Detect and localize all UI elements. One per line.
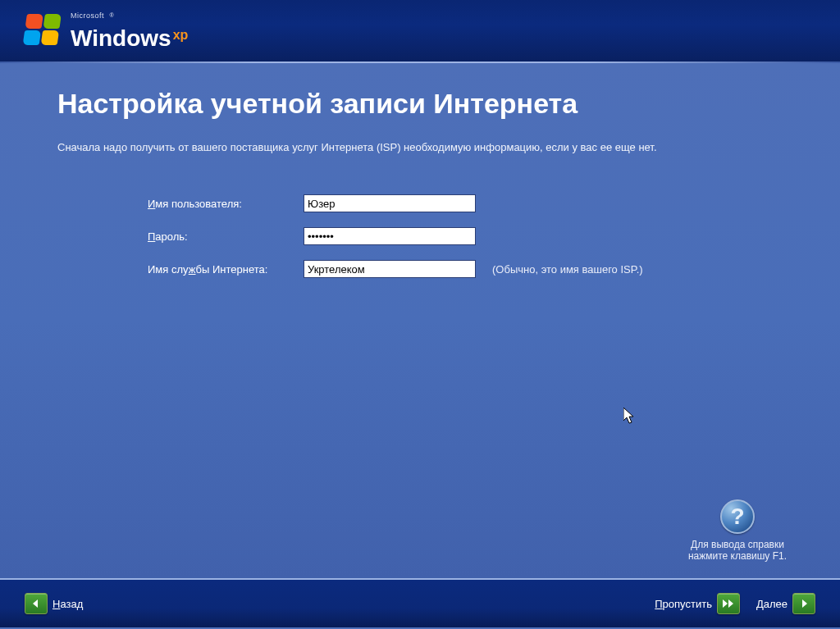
- brand-company: Microsoft: [71, 12, 104, 20]
- page-subtitle: Сначала надо получить от вашего поставщи…: [57, 141, 783, 153]
- footer-bar: Назад Пропустить Далее: [0, 578, 840, 627]
- mouse-cursor-icon: [623, 408, 637, 426]
- help-text-line1: Для вывода справки: [668, 539, 807, 550]
- next-button[interactable]: Далее: [756, 593, 815, 614]
- windows-flag-icon: [22, 14, 65, 48]
- page-title: Настройка учетной записи Интернета: [57, 88, 783, 120]
- password-input[interactable]: [304, 227, 476, 245]
- isp-row: Имя службы Интернета: (Обычно, это имя в…: [148, 260, 783, 278]
- skip-button[interactable]: Пропустить: [655, 593, 740, 614]
- skip-forward-icon: [717, 593, 740, 614]
- password-label: Пароль:: [148, 230, 304, 243]
- isp-label: Имя службы Интернета:: [148, 263, 304, 276]
- trademark-icon: ®: [109, 12, 113, 18]
- brand-name: Windows: [71, 27, 171, 50]
- isp-hint: (Обычно, это имя вашего ISP.): [492, 263, 643, 276]
- arrow-right-icon: [792, 593, 815, 614]
- back-button[interactable]: Назад: [25, 593, 83, 614]
- username-label: Имя пользователя:: [148, 198, 304, 210]
- help-text-line2: нажмите клавишу F1.: [668, 550, 807, 562]
- brand-block: Microsoft ® Windows xp: [71, 12, 188, 50]
- brand-suffix: xp: [173, 29, 189, 42]
- password-row: Пароль:: [148, 227, 783, 245]
- title-bar: Microsoft ® Windows xp: [0, 0, 840, 62]
- help-icon[interactable]: ?: [720, 499, 755, 534]
- content-area: Настройка учетной записи Интернета Снача…: [0, 63, 840, 578]
- form: Имя пользователя: Пароль: Имя службы Инт…: [148, 194, 783, 278]
- isp-input[interactable]: [304, 260, 476, 278]
- username-row: Имя пользователя:: [148, 194, 783, 212]
- arrow-left-icon: [25, 593, 48, 614]
- username-input[interactable]: [304, 194, 476, 212]
- help-area: ? Для вывода справки нажмите клавишу F1.: [668, 499, 807, 562]
